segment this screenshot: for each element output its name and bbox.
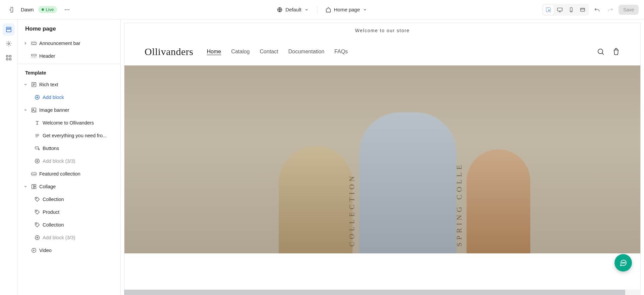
template-label: Home page (334, 7, 360, 12)
preset-label: Default (285, 7, 302, 12)
preset-selector[interactable]: Default (274, 5, 312, 15)
block-label: Welcome to Ollivanders (43, 120, 117, 126)
block-collection-1[interactable]: Collection (18, 193, 120, 206)
block-buttons[interactable]: Buttons (18, 142, 120, 155)
announcement-text: Welcome to our store (124, 23, 640, 38)
richtext-icon (31, 81, 37, 88)
hero-arch-1 (279, 146, 353, 253)
add-block-label: Add block (3/3) (43, 235, 117, 240)
redo-icon (607, 7, 613, 13)
hero-vtext-1: COLLECTION (347, 174, 356, 247)
fullscreen-view-button[interactable] (577, 5, 588, 15)
block-product[interactable]: Product (18, 206, 120, 218)
theme-settings-tab[interactable] (3, 38, 15, 50)
chevron-down-icon (22, 185, 29, 189)
section-header[interactable]: Header (18, 50, 120, 62)
template-selector[interactable]: Home page (322, 5, 370, 15)
hero-arch-3 (467, 149, 530, 253)
desktop-icon (557, 7, 563, 13)
header-icon (31, 53, 37, 59)
section-label: Rich text (39, 82, 117, 87)
nav-documentation[interactable]: Documentation (288, 49, 324, 55)
redo-button[interactable] (605, 4, 616, 15)
block-label: Collection (43, 197, 117, 202)
svg-point-11 (8, 43, 10, 45)
sections-tab[interactable] (3, 23, 15, 36)
horizontal-scrollbar[interactable] (124, 290, 641, 295)
fullscreen-icon (580, 7, 586, 13)
chat-icon (619, 259, 627, 267)
preview-canvas[interactable]: Welcome to our store Ollivanders Home Ca… (124, 23, 641, 295)
nav-catalog[interactable]: Catalog (231, 49, 250, 55)
save-button[interactable]: Save (619, 5, 639, 15)
preview-canvas-wrap: Welcome to our store Ollivanders Home Ca… (121, 19, 644, 295)
section-featured-collection[interactable]: Featured collection (18, 167, 120, 180)
plus-circle-icon (34, 94, 41, 101)
svg-rect-15 (9, 58, 11, 60)
svg-point-7 (571, 11, 571, 11)
section-announcement-bar[interactable]: Announcement bar (18, 37, 120, 50)
template-heading: Template (18, 65, 120, 78)
nav-home[interactable]: Home (207, 49, 221, 55)
apps-tab[interactable] (3, 52, 15, 64)
store-nav: Home Catalog Contact Documentation FAQs (207, 49, 348, 55)
topbar-left: Dawn Live (5, 4, 72, 15)
scrollbar-thumb[interactable] (124, 290, 625, 295)
plus-circle-icon (34, 234, 41, 241)
section-collage[interactable]: Collage (18, 180, 120, 193)
add-block-collage-disabled: Add block (3/3) (18, 231, 120, 244)
main: Home page Announcement bar Header Templa… (0, 19, 644, 295)
section-label: Video (39, 248, 117, 253)
hero-arch-2 (359, 112, 457, 253)
desktop-view-button[interactable] (554, 5, 565, 15)
section-image-banner[interactable]: Image banner (18, 104, 120, 116)
nav-contact[interactable]: Contact (260, 49, 278, 55)
sections-sidebar: Home page Announcement bar Header Templa… (18, 19, 121, 295)
svg-rect-25 (32, 185, 34, 189)
svg-rect-9 (6, 27, 11, 29)
globe-icon (277, 7, 283, 13)
svg-point-35 (623, 262, 624, 263)
svg-point-0 (65, 9, 66, 10)
svg-rect-10 (6, 29, 11, 32)
paragraph-icon (34, 132, 41, 139)
apps-icon (5, 54, 12, 61)
chevron-down-icon (363, 7, 367, 12)
mobile-icon (569, 7, 574, 13)
tag-icon (34, 209, 41, 215)
gear-icon (5, 40, 12, 47)
svg-rect-8 (581, 8, 585, 11)
search-icon[interactable] (597, 48, 605, 56)
svg-point-2 (68, 9, 69, 10)
svg-rect-14 (6, 58, 8, 60)
inspector-button[interactable] (543, 5, 554, 15)
collage-icon (31, 183, 37, 190)
more-actions-button[interactable] (62, 4, 72, 15)
divider (317, 6, 317, 14)
topbar: Dawn Live Default Home page (0, 0, 644, 19)
tag-icon (34, 222, 41, 228)
block-text[interactable]: Get everything you need fro... (18, 129, 120, 142)
svg-rect-13 (9, 55, 11, 57)
theme-name: Dawn (21, 7, 34, 12)
tag-icon (34, 196, 41, 203)
section-video[interactable]: Video (18, 244, 120, 257)
section-label: Announcement bar (39, 41, 117, 46)
section-label: Collage (39, 184, 117, 189)
svg-point-29 (36, 211, 37, 211)
section-rich-text[interactable]: Rich text (18, 78, 120, 91)
chat-fab[interactable] (614, 254, 632, 272)
block-collection-2[interactable]: Collection (18, 218, 120, 231)
hero-vtext-2: SPRING COLLE (455, 162, 464, 247)
svg-point-1 (67, 9, 68, 10)
text-type-icon (34, 119, 41, 126)
block-heading[interactable]: Welcome to Ollivanders (18, 116, 120, 129)
mobile-view-button[interactable] (566, 5, 577, 15)
exit-button[interactable] (5, 4, 16, 15)
inspector-icon (545, 7, 551, 13)
nav-faqs[interactable]: FAQs (334, 49, 348, 55)
store-header: Ollivanders Home Catalog Contact Documen… (124, 38, 640, 65)
undo-button[interactable] (592, 4, 602, 15)
cart-icon[interactable] (612, 48, 620, 56)
add-block-richtext[interactable]: Add block (18, 91, 120, 104)
